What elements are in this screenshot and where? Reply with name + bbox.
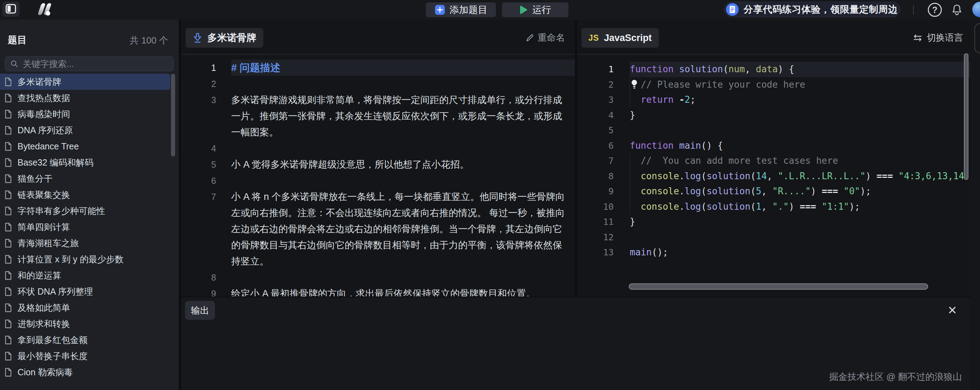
code-text: // You can add more test cases here xyxy=(630,153,970,169)
markdown-editor[interactable]: 1# 问题描述23多米诺骨牌游戏规则非常简单，将骨牌按一定间距的尺寸排成单行，或… xyxy=(181,60,575,296)
sidebar-toggle-button[interactable] xyxy=(2,2,20,17)
sidebar-item[interactable]: 简单四则计算 xyxy=(0,219,170,235)
document-icon xyxy=(4,109,12,119)
sidebar-item[interactable]: 最小替换子串长度 xyxy=(0,348,170,364)
sidebar-item[interactable]: 计算位置 x 到 y 的最少步数 xyxy=(0,251,170,267)
help-icon[interactable]: ? xyxy=(928,3,942,17)
code-editor[interactable]: 1function solution(num, data) {2 // Plea… xyxy=(577,62,970,296)
code-vertical-scrollbar[interactable] xyxy=(964,53,969,180)
code-line[interactable]: 3 return -2; xyxy=(577,92,970,108)
markdown-line[interactable]: 2 xyxy=(181,76,575,92)
markdown-line[interactable]: 3多米诺骨牌游戏规则非常简单，将骨牌按一定间距的尺寸排成单行，或分行排成一片。推… xyxy=(181,92,575,140)
line-number: 10 xyxy=(577,199,614,215)
user-avatar[interactable] xyxy=(972,2,980,17)
line-number: 1 xyxy=(577,62,614,77)
token-st: ".L.R...LR..L.." xyxy=(778,171,865,181)
token-pl: ) xyxy=(789,201,800,212)
token-kw: function xyxy=(630,140,673,151)
promo-banner[interactable]: 分享代码练习体验，领限量定制周边 xyxy=(724,2,900,17)
sidebar-item[interactable]: Bytedance Tree xyxy=(0,138,170,154)
token-pl: } xyxy=(630,110,635,120)
sidebar-item[interactable]: DNA 序列还原 xyxy=(0,122,170,138)
token-nu: 2 xyxy=(685,94,690,105)
token-pl: ); xyxy=(849,201,860,212)
code-horizontal-scrollbar[interactable] xyxy=(629,283,928,290)
markdown-line[interactable]: 9给定小 A 最初推骨牌的方向，求出最后依然保持竖立的骨牌数目和位置。 xyxy=(181,286,575,296)
markdown-text: 小 A 觉得多米诺骨牌超级没意思，所以他想了点小花招。 xyxy=(231,157,571,173)
code-line[interactable]: 9 console.log(solution(5, "R....") === "… xyxy=(577,184,970,199)
run-label: 运行 xyxy=(532,3,551,16)
token-op: - xyxy=(679,94,685,105)
code-text: return -2; xyxy=(630,92,970,108)
token-id: main xyxy=(630,247,652,257)
markdown-line[interactable]: 5小 A 觉得多米诺骨牌超级没意思，所以他想了点小花招。 xyxy=(181,157,575,173)
token-id: solution xyxy=(679,64,723,74)
sidebar-item[interactable]: 查找热点数据 xyxy=(0,90,170,106)
sidebar-item[interactable]: 病毒感染时间 xyxy=(0,106,170,122)
token-pl: ) { xyxy=(778,64,794,74)
sidebar-item[interactable]: 环状 DNA 序列整理 xyxy=(0,283,170,299)
code-line[interactable]: 5 xyxy=(577,123,970,138)
code-line[interactable]: 1function solution(num, data) { xyxy=(577,62,970,77)
sidebar-item[interactable]: Base32 编码和解码 xyxy=(0,154,170,171)
markdown-text: 多米诺骨牌游戏规则非常简单，将骨牌按一定间距的尺寸排成单行，或分行排成一片。推倒… xyxy=(231,92,571,140)
problem-count: 共 100 个 xyxy=(130,34,168,46)
rename-label: 重命名 xyxy=(538,32,565,44)
sidebar-item[interactable]: Cion 勒索病毒 xyxy=(0,364,170,380)
code-line[interactable]: 4} xyxy=(577,108,970,123)
sidebar-item-label: Bytedance Tree xyxy=(18,141,79,152)
sidebar-item-label: Base32 编码和解码 xyxy=(18,157,94,168)
markdown-text: 给定小 A 最初推骨牌的方向，求出最后依然保持竖立的骨牌数目和位置。 xyxy=(231,286,571,296)
markdown-line[interactable]: 1# 问题描述 xyxy=(181,60,575,76)
sidebar-item[interactable]: 字符串有多少种可能性 xyxy=(0,203,170,219)
line-number: 9 xyxy=(181,286,216,296)
line-number: 5 xyxy=(577,123,614,138)
rename-button[interactable]: 重命名 xyxy=(525,32,565,44)
edge-widget-fragment[interactable] xyxy=(974,23,980,53)
markdown-line[interactable]: 4 xyxy=(181,140,575,157)
code-line[interactable]: 6function main() { xyxy=(577,138,970,153)
markdown-line[interactable]: 7小 A 将 n 个多米诺骨牌放在一条线上，每一块都垂直竖立。他同时将一些骨牌向… xyxy=(181,189,575,269)
sidebar-item[interactable]: 及格如此简单 xyxy=(0,299,170,316)
language-tab[interactable]: JS JavaScript xyxy=(581,28,659,48)
code-line[interactable]: 13main(); xyxy=(577,245,970,260)
markdown-line[interactable]: 6 xyxy=(181,173,575,189)
sidebar-item[interactable]: 拿到最多红包金额 xyxy=(0,332,170,348)
token-id: main xyxy=(679,140,701,151)
swap-arrows-icon xyxy=(912,33,923,42)
code-line[interactable]: 10 console.log(solution(1, ".") === "1:1… xyxy=(577,199,970,215)
sidebar-item[interactable]: 和的逆运算 xyxy=(0,267,170,283)
token-pr: data xyxy=(756,64,778,74)
problem-tab[interactable]: 多米诺骨牌 xyxy=(186,28,263,48)
markdown-line[interactable]: 8 xyxy=(181,269,575,286)
sidebar-item[interactable]: 进制求和转换 xyxy=(0,316,170,332)
switch-language-button[interactable]: 切换语言 xyxy=(912,32,963,44)
add-problem-button[interactable]: 添加题目 xyxy=(426,2,496,17)
watermark-text: 掘金技术社区 @ 翻不过的浪狼山 xyxy=(829,371,962,383)
close-icon[interactable] xyxy=(947,305,958,316)
sidebar-item-label: 简单四则计算 xyxy=(18,221,70,233)
code-line[interactable]: 8 console.log(solution(14, ".L.R...LR..L… xyxy=(577,169,970,184)
notification-bell-icon[interactable] xyxy=(950,3,964,17)
line-number: 1 xyxy=(181,60,216,76)
token-cm: // You can add more test cases here xyxy=(641,155,838,166)
token-st: "4:3,6,13,14" xyxy=(898,171,970,181)
output-tab[interactable]: 输出 xyxy=(185,301,215,320)
sidebar-scrollbar[interactable] xyxy=(171,74,175,157)
code-line[interactable]: 12 xyxy=(577,230,970,245)
code-line[interactable]: 7 // You can add more test cases here xyxy=(577,153,970,169)
sidebar-item[interactable]: 链表聚集交换 xyxy=(0,187,170,203)
code-line[interactable]: 11} xyxy=(577,214,970,230)
token-pl xyxy=(838,186,844,197)
sidebar-item[interactable]: 猫鱼分干 xyxy=(0,171,170,187)
run-button[interactable]: 运行 xyxy=(502,2,568,17)
code-text: function solution(num, data) { xyxy=(630,62,970,77)
code-text: console.log(solution(5, "R....") === "0"… xyxy=(630,184,970,199)
sidebar-item[interactable]: 多米诺骨牌 xyxy=(0,74,170,90)
search-box[interactable] xyxy=(5,56,174,71)
search-input[interactable] xyxy=(23,59,169,69)
sidebar-item-label: 猫鱼分干 xyxy=(18,173,52,184)
code-line[interactable]: 2 // Please write your code here xyxy=(577,77,970,93)
sidebar-item[interactable]: 青海湖租车之旅 xyxy=(0,235,170,251)
marscode-logo[interactable] xyxy=(33,3,52,16)
